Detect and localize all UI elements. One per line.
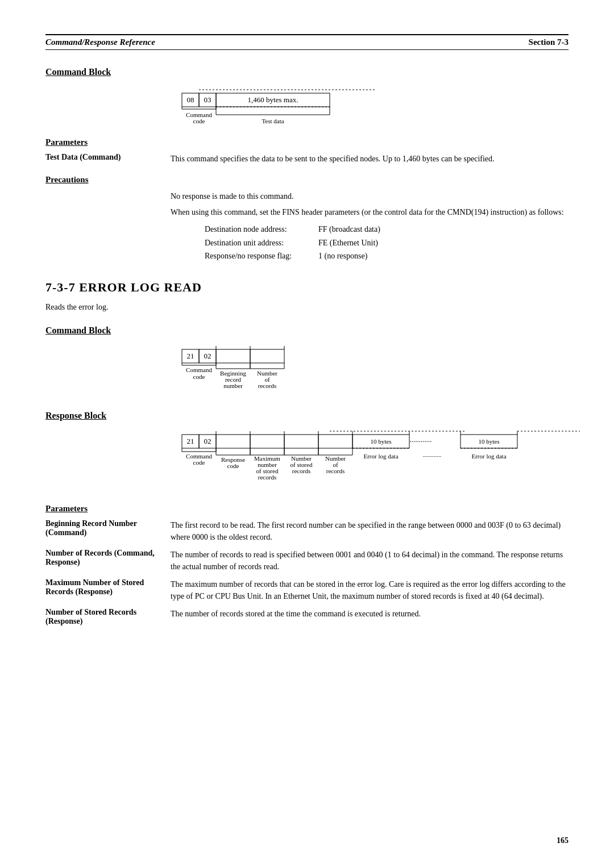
svg-text:number: number (223, 382, 243, 389)
param-text-2-1: The first record to be read. The first r… (171, 519, 569, 543)
params-block-2: Beginning Record Number (Command) The fi… (45, 519, 569, 626)
svg-text:Test data: Test data (262, 118, 284, 124)
svg-rect-51 (284, 435, 318, 448)
header-bar: Command/Response Reference Section 7-3 (45, 34, 569, 50)
header-left: Command/Response Reference (45, 37, 155, 47)
parameters-heading-2: Parameters (45, 504, 569, 514)
svg-text:10 bytes: 10 bytes (371, 438, 392, 445)
param-text-2-3: The maximum number of records that can b… (171, 578, 569, 602)
svg-text:21: 21 (187, 352, 194, 360)
page: Command/Response Reference Section 7-3 C… (0, 0, 614, 868)
svg-text:02: 02 (204, 352, 211, 360)
param-label-2-4: Number of Stored Records (Response) (45, 608, 171, 626)
svg-rect-52 (318, 435, 352, 448)
header-right: Section 7-3 (529, 37, 569, 47)
parameters-heading-1: Parameters (45, 137, 569, 147)
svg-text:code: code (193, 118, 205, 124)
precautions-table: Destination node address: FF (broadcast … (205, 223, 569, 263)
svg-text:code: code (193, 459, 205, 466)
svg-rect-49 (216, 435, 250, 448)
param-row-2-4: Number of Stored Records (Response) The … (45, 608, 569, 626)
svg-text:············: ············ (423, 453, 442, 460)
precaution-dest-unit-label: Destination unit address: (205, 236, 318, 250)
param-text-2-4: The number of records stored at the time… (171, 608, 569, 626)
svg-rect-50 (250, 435, 284, 448)
response-block-heading: Response Block (45, 411, 569, 421)
command-block-heading-2: Command Block (45, 326, 569, 336)
param-row-1: Test Data (Command) This command specifi… (45, 153, 569, 165)
precaution-row-1: Destination node address: FF (broadcast … (205, 223, 569, 236)
svg-text:08: 08 (187, 95, 194, 104)
svg-rect-21 (216, 349, 250, 363)
param-label-2-2: Number of Records (Command, Response) (45, 549, 171, 573)
svg-text:records: records (258, 474, 276, 481)
param-label-2-1: Beginning Record Number (Command) (45, 519, 171, 543)
command-diagram-1: 08 03 1,460 bytes max. Command code Test… (148, 85, 569, 127)
chapter-heading: 7-3-7 ERROR LOG READ (45, 280, 569, 295)
svg-text:code: code (193, 373, 205, 380)
params-block-1: Test Data (Command) This command specifi… (45, 153, 569, 165)
reads-desc: Reads the error log. (45, 303, 569, 312)
cmd-diag-svg-2: 21 02 Command code Beginning record (148, 344, 409, 395)
param-text-1: This command specifies the data to be se… (171, 153, 569, 165)
precaution-dest-node-label: Destination node address: (205, 223, 318, 236)
precaution-dest-node-val: FF (broadcast data) (318, 223, 432, 236)
param-label-2-3: Maximum Number of Stored Records (Respon… (45, 578, 171, 602)
svg-text:1,460 bytes max.: 1,460 bytes max. (248, 95, 298, 104)
svg-text:Command: Command (186, 366, 212, 373)
param-label-1: Test Data (Command) (45, 153, 171, 165)
svg-text:21: 21 (187, 437, 194, 445)
svg-text:Error log data: Error log data (363, 453, 398, 460)
svg-text:records: records (326, 468, 345, 474)
svg-text:10 bytes: 10 bytes (479, 438, 500, 445)
svg-text:code: code (227, 462, 239, 469)
command-block-heading-1: Command Block (45, 67, 569, 77)
param-row-2-1: Beginning Record Number (Command) The fi… (45, 519, 569, 543)
resp-diag-svg: 21 02 10 bytes ············ 10 bytes (148, 429, 603, 491)
svg-text:Error log data: Error log data (471, 453, 506, 460)
precaution-row-2: Destination unit address: FE (Ethernet U… (205, 236, 569, 250)
precaution-resp-val: 1 (no response) (318, 249, 432, 263)
precaution-dest-unit-val: FE (Ethernet Unit) (318, 236, 432, 250)
precautions-heading: Precautions (45, 175, 569, 185)
param-row-2-2: Number of Records (Command, Response) Th… (45, 549, 569, 573)
cmd-diag-svg-1: 08 03 1,460 bytes max. Command code Test… (148, 85, 387, 125)
param-text-2-2: The number of records to read is specifi… (171, 549, 569, 573)
svg-text:03: 03 (204, 95, 211, 104)
precaution-resp-label: Response/no response flag: (205, 249, 318, 263)
response-diagram: 21 02 10 bytes ············ 10 bytes (148, 429, 569, 494)
precaution-line-1: No response is made to this command. (171, 190, 569, 203)
precaution-row-3: Response/no response flag: 1 (no respons… (205, 249, 569, 263)
page-number: 165 (557, 836, 569, 845)
svg-text:records: records (258, 382, 276, 389)
svg-text:············: ············ (410, 437, 432, 445)
svg-text:records: records (292, 468, 310, 474)
svg-rect-22 (250, 349, 284, 363)
command-diagram-2: 21 02 Command code Beginning record (148, 344, 569, 397)
svg-text:02: 02 (204, 437, 211, 445)
param-row-2-3: Maximum Number of Stored Records (Respon… (45, 578, 569, 602)
precaution-line-2: When using this command, set the FINS he… (171, 206, 569, 219)
